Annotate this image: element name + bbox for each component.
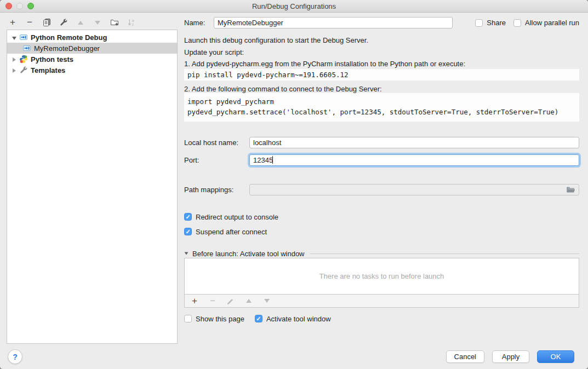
copy-configuration-button[interactable] [42,18,52,27]
tree-item-label: Templates [31,66,65,74]
move-up-icon [246,299,252,303]
suspend-after-connect-checkbox[interactable]: ✓ Suspend after connect [184,227,579,236]
configurations-toolbar: + − a z [8,16,136,28]
activate-tool-window-checkbox[interactable]: ✓ [255,315,262,322]
tree-item-templates[interactable]: Templates [7,65,177,76]
local-host-input[interactable] [249,137,579,148]
page-options-row: Show this page ✓ Activate tool window [184,314,579,323]
sort-configurations-button[interactable]: a z [127,18,136,27]
add-icon: + [10,18,15,27]
cancel-button[interactable]: Cancel [446,350,484,363]
tree-item-python-tests[interactable]: Python tests [7,54,177,65]
port-input[interactable] [249,154,579,166]
remove-task-button[interactable]: − [208,296,218,306]
local-host-label: Local host name: [184,139,249,147]
svg-text:a: a [132,19,134,22]
add-task-button[interactable]: + [190,296,199,306]
python-tests-icon [19,55,28,64]
apply-button[interactable]: Apply [492,350,529,363]
ok-button[interactable]: OK [537,350,574,363]
edit-templates-button[interactable] [59,18,68,27]
zoom-window-button[interactable] [27,3,34,9]
before-launch-task-list[interactable]: There are no tasks to run before launch [184,258,579,295]
copy-icon [42,18,51,27]
minimize-window-button [16,3,23,9]
show-this-page-label: Show this page [196,315,244,323]
update-script-text: Update your script: [184,48,579,57]
code-line-1: import pydevd_pycharm [187,96,576,107]
remote-debug-icon [19,33,28,42]
redirect-checkbox-box[interactable]: ✓ [184,213,192,221]
before-launch-toolbar: + − [184,294,579,308]
show-this-page-checkbox[interactable] [184,315,192,322]
browse-button[interactable] [565,186,576,194]
sort-az-icon: a z [127,18,136,27]
name-label: Name: [184,19,214,27]
move-task-down-button[interactable] [262,296,272,306]
run-debug-configurations-dialog: Run/Debug Configurations + − [0,0,588,369]
expand-toggle[interactable] [12,66,17,74]
remove-configuration-button[interactable]: − [25,18,35,27]
move-up-icon [78,21,83,25]
new-folder-button[interactable] [110,18,119,27]
pip-command-code: pip install pydevd-pycharm~=191.6605.12 [184,69,579,80]
pip-command-text: pip install pydevd-pycharm~=191.6605.12 [187,71,349,79]
remove-icon: − [27,18,32,27]
close-window-button[interactable] [5,3,12,9]
tree-item-label: MyRemoteDebugger [34,44,100,53]
chevron-down-icon [185,252,189,255]
add-icon: + [192,297,197,305]
redirect-output-checkbox[interactable]: ✓ Redirect output to console [184,212,579,221]
allow-parallel-checkbox-box[interactable] [513,19,521,27]
before-launch-title: Before launch: Activate tool window [192,250,305,258]
remote-debug-icon [22,44,31,53]
path-mappings-label: Path mappings: [184,186,249,194]
traffic-lights [5,3,34,9]
code-line-2: pydevd_pycharm.settrace('localhost', por… [187,107,576,117]
local-host-row: Local host name: [184,137,579,148]
name-row: Name: Share Allow parallel run [184,17,579,28]
configurations-tree: Python Remote Debug MyRemoteDebugger Pyt… [7,30,178,344]
svg-text:z: z [132,22,134,26]
empty-task-list-text: There are no tasks to run before launch [319,272,444,280]
before-launch-header[interactable]: Before launch: Activate tool window [184,249,579,258]
edit-task-button[interactable] [226,296,236,306]
add-configuration-button[interactable]: + [8,18,18,27]
share-checkbox-box[interactable] [475,19,483,27]
path-mappings-input[interactable] [249,184,579,195]
share-label: Share [487,19,506,27]
port-label: Port: [184,156,249,164]
move-down-button[interactable] [93,18,102,27]
move-task-up-button[interactable] [244,296,254,306]
path-mappings-row: Path mappings: [184,184,579,195]
share-checkbox[interactable]: Share [475,19,506,27]
move-up-button[interactable] [76,18,85,27]
tree-item-label: Python tests [31,55,73,64]
port-row: Port: [184,154,579,166]
chevron-down-icon [12,37,16,40]
folder-icon [566,186,575,193]
redirect-label: Redirect output to console [196,213,278,221]
question-mark-icon: ? [13,353,18,361]
new-folder-icon [110,18,119,27]
header-rule [310,253,579,254]
dialog-buttons: Cancel Apply OK [446,350,574,363]
expand-toggle[interactable] [12,55,17,64]
wrench-icon [19,66,28,74]
help-button[interactable]: ? [8,349,22,364]
move-down-icon [264,299,270,303]
suspend-checkbox-box[interactable]: ✓ [184,228,192,235]
step2-text: 2. Add the following command to connect … [184,85,579,94]
allow-parallel-run-checkbox[interactable]: Allow parallel run [513,19,579,27]
intro-text: Launch this debug configuration to start… [184,36,579,45]
tree-item-myremotedebugger[interactable]: MyRemoteDebugger [7,43,177,54]
chevron-right-icon [13,68,16,73]
edit-templates-wrench-icon [59,18,68,27]
text-caret [272,156,273,164]
tree-item-label: Python Remote Debug [31,33,107,42]
tree-item-python-remote-debug[interactable]: Python Remote Debug [7,32,177,43]
configuration-form: Name: Share Allow parallel run Launch th… [184,0,579,369]
collapse-toggle[interactable] [12,33,17,42]
move-down-icon [95,21,100,25]
name-input[interactable] [214,17,453,28]
